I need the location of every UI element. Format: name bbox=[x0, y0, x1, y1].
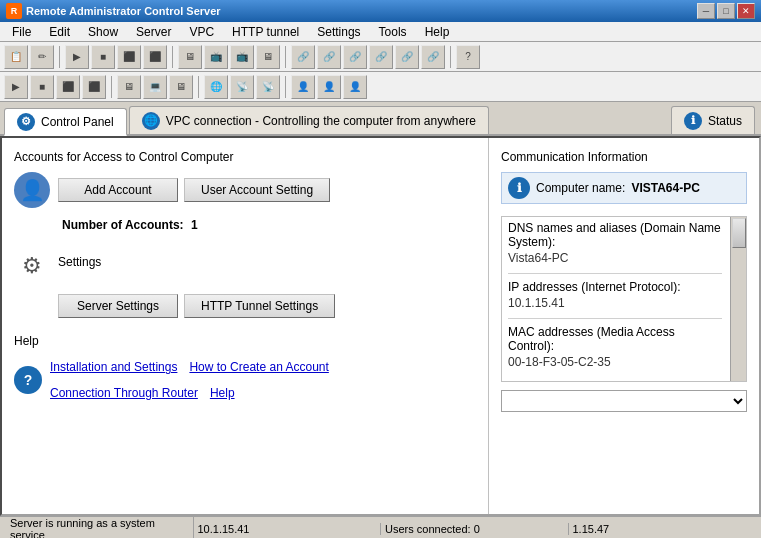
title-bar: R Remote Administrator Control Server ─ … bbox=[0, 0, 761, 22]
dns-value: Vista64-PC bbox=[508, 251, 722, 265]
minimize-button[interactable]: ─ bbox=[697, 3, 715, 19]
tb-connect5[interactable]: 🔗 bbox=[395, 45, 419, 69]
tb-stop2[interactable]: ⬛ bbox=[117, 45, 141, 69]
settings-section-title: Settings bbox=[58, 255, 101, 269]
tb-stop[interactable]: ■ bbox=[91, 45, 115, 69]
left-panel: Accounts for Access to Control Computer … bbox=[2, 138, 489, 514]
mac-section: MAC addresses (Media Access Control): 00… bbox=[508, 318, 722, 369]
menu-http-tunnel[interactable]: HTTP tunnel bbox=[224, 23, 307, 41]
menu-tools[interactable]: Tools bbox=[371, 23, 415, 41]
http-tunnel-settings-button[interactable]: HTTP Tunnel Settings bbox=[184, 294, 335, 318]
tb-monitor[interactable]: 📺 bbox=[204, 45, 228, 69]
help-section-title: Help bbox=[14, 334, 476, 348]
help-link-router[interactable]: Connection Through Router bbox=[50, 386, 198, 400]
tb2-net[interactable]: 🌐 bbox=[204, 75, 228, 99]
help-question-icon: ? bbox=[14, 366, 42, 394]
tb-play[interactable]: ▶ bbox=[65, 45, 89, 69]
tb-monitor2[interactable]: 📺 bbox=[230, 45, 254, 69]
settings-gear-icon: ⚙ bbox=[14, 248, 50, 284]
status-ip: 10.1.15.41 bbox=[194, 523, 382, 535]
tb2-pc[interactable]: 🖥 bbox=[117, 75, 141, 99]
tb-connect2[interactable]: 🔗 bbox=[317, 45, 341, 69]
maximize-button[interactable]: □ bbox=[717, 3, 735, 19]
ip-section: IP addresses (Internet Protocol): 10.1.1… bbox=[508, 273, 722, 310]
toolbar1: 📋 ✏ ▶ ■ ⬛ ⬛ 🖥 📺 📺 🖥 🔗 🔗 🔗 🔗 🔗 🔗 ? bbox=[0, 42, 761, 72]
tb2-pc2[interactable]: 💻 bbox=[143, 75, 167, 99]
tb-sep1 bbox=[59, 46, 60, 68]
tb2-pc3[interactable]: 🖥 bbox=[169, 75, 193, 99]
tb2-rec[interactable]: ⬛ bbox=[56, 75, 80, 99]
tb2-sep3 bbox=[285, 76, 286, 98]
tb2-user2[interactable]: 👤 bbox=[317, 75, 341, 99]
tb-sep4 bbox=[450, 46, 451, 68]
status-service: Server is running as a system service bbox=[6, 517, 194, 539]
accounts-header: 👤 Add Account User Account Setting bbox=[14, 172, 476, 208]
tb-monitor3[interactable]: 🖥 bbox=[256, 45, 280, 69]
add-account-button[interactable]: Add Account bbox=[58, 178, 178, 202]
menu-settings[interactable]: Settings bbox=[309, 23, 368, 41]
dns-label: DNS names and aliases (Domain Name Syste… bbox=[508, 221, 722, 249]
help-link-create-account[interactable]: How to Create an Account bbox=[189, 360, 328, 374]
tb-sep2 bbox=[172, 46, 173, 68]
tb-stop3[interactable]: ⬛ bbox=[143, 45, 167, 69]
computer-name-row: ℹ Computer name: VISTA64-PC bbox=[501, 172, 747, 204]
window-controls: ─ □ ✕ bbox=[697, 3, 755, 19]
tb2-net3[interactable]: 📡 bbox=[256, 75, 280, 99]
tb2-sep1 bbox=[111, 76, 112, 98]
tb-edit[interactable]: ✏ bbox=[30, 45, 54, 69]
status-version: 1.15.47 bbox=[569, 523, 756, 535]
vpc-icon: 🌐 bbox=[142, 112, 160, 130]
menu-bar: File Edit Show Server VPC HTTP tunnel Se… bbox=[0, 22, 761, 42]
ip-label: IP addresses (Internet Protocol): bbox=[508, 280, 722, 294]
tab-control-panel-label: Control Panel bbox=[41, 115, 114, 129]
tb-connect6[interactable]: 🔗 bbox=[421, 45, 445, 69]
tb2-rec2[interactable]: ⬛ bbox=[82, 75, 106, 99]
help-link-installation[interactable]: Installation and Settings bbox=[50, 360, 177, 374]
close-button[interactable]: ✕ bbox=[737, 3, 755, 19]
scrollbar-thumb[interactable] bbox=[732, 218, 746, 248]
tb2-play[interactable]: ▶ bbox=[4, 75, 28, 99]
tab-status[interactable]: ℹ Status bbox=[671, 106, 755, 134]
user-avatar-icon: 👤 bbox=[14, 172, 50, 208]
help-link-help[interactable]: Help bbox=[210, 386, 235, 400]
control-panel-icon: ⚙ bbox=[17, 113, 35, 131]
tb-connect[interactable]: 🔗 bbox=[291, 45, 315, 69]
num-accounts-label: Number of Accounts: bbox=[62, 218, 184, 232]
tb-help[interactable]: ? bbox=[456, 45, 480, 69]
scrollbar-track[interactable] bbox=[730, 217, 746, 381]
tab-vpc-connection[interactable]: 🌐 VPC connection - Controlling the compu… bbox=[129, 106, 489, 134]
server-settings-button[interactable]: Server Settings bbox=[58, 294, 178, 318]
menu-vpc[interactable]: VPC bbox=[181, 23, 222, 41]
settings-buttons: Server Settings HTTP Tunnel Settings bbox=[58, 294, 476, 318]
mac-label: MAC addresses (Media Access Control): bbox=[508, 325, 722, 353]
tb2-user[interactable]: 👤 bbox=[291, 75, 315, 99]
user-account-setting-button[interactable]: User Account Setting bbox=[184, 178, 330, 202]
settings-section: ⚙ Settings Server Settings HTTP Tunnel S… bbox=[14, 248, 476, 318]
tb-copy[interactable]: 📋 bbox=[4, 45, 28, 69]
tab-status-label: Status bbox=[708, 114, 742, 128]
num-accounts-value: 1 bbox=[191, 218, 198, 232]
tab-control-panel[interactable]: ⚙ Control Panel bbox=[4, 108, 127, 136]
tab-bar: ⚙ Control Panel 🌐 VPC connection - Contr… bbox=[0, 102, 761, 136]
tb-connect3[interactable]: 🔗 bbox=[343, 45, 367, 69]
menu-help[interactable]: Help bbox=[417, 23, 458, 41]
tb2-net2[interactable]: 📡 bbox=[230, 75, 254, 99]
tb2-stop[interactable]: ■ bbox=[30, 75, 54, 99]
computer-name-label: Computer name: bbox=[536, 181, 625, 195]
menu-file[interactable]: File bbox=[4, 23, 39, 41]
mac-value: 00-18-F3-05-C2-35 bbox=[508, 355, 722, 369]
comm-dropdown[interactable] bbox=[501, 390, 747, 412]
status-users: Users connected: 0 bbox=[381, 523, 569, 535]
dns-section: DNS names and aliases (Domain Name Syste… bbox=[508, 221, 722, 265]
tb-computer[interactable]: 🖥 bbox=[178, 45, 202, 69]
tab-vpc-label: VPC connection - Controlling the compute… bbox=[166, 114, 476, 128]
tb2-user3[interactable]: 👤 bbox=[343, 75, 367, 99]
info-diamond-icon: ℹ bbox=[508, 177, 530, 199]
tb-connect4[interactable]: 🔗 bbox=[369, 45, 393, 69]
menu-server[interactable]: Server bbox=[128, 23, 179, 41]
tb2-sep2 bbox=[198, 76, 199, 98]
computer-name-value: VISTA64-PC bbox=[631, 181, 699, 195]
menu-edit[interactable]: Edit bbox=[41, 23, 78, 41]
menu-show[interactable]: Show bbox=[80, 23, 126, 41]
help-links-container: Installation and Settings How to Create … bbox=[50, 360, 476, 400]
